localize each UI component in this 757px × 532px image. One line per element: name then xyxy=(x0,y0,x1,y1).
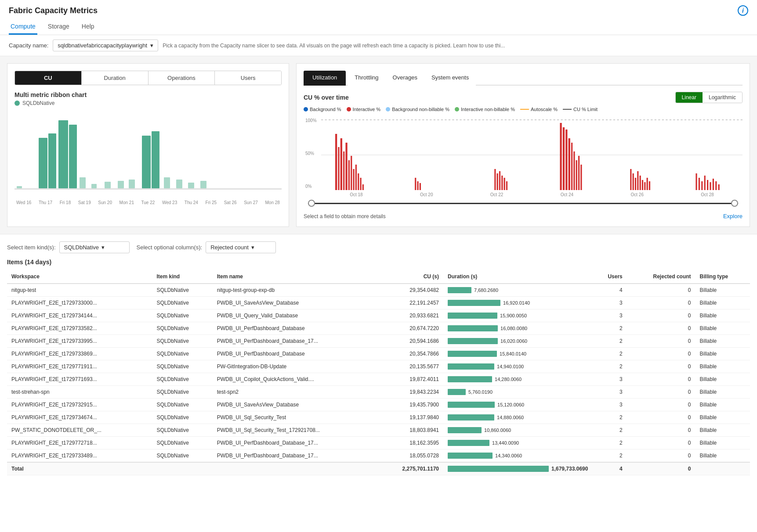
cell-billing: Billable xyxy=(695,386,750,399)
tab-duration[interactable]: Duration xyxy=(82,71,149,85)
cell-item-name: nitgup-test-group-exp-db xyxy=(213,284,377,297)
svg-rect-67 xyxy=(718,184,720,190)
cell-cu: 29,354.0482 xyxy=(377,284,443,297)
svg-rect-26 xyxy=(351,156,352,190)
svg-rect-54 xyxy=(640,176,641,190)
table-row[interactable]: nitgup-test SQLDbNative nitgup-test-grou… xyxy=(7,284,750,297)
svg-rect-27 xyxy=(353,169,354,190)
ribbon-chart-title: Multi metric ribbon chart xyxy=(14,91,282,98)
col-item-kind[interactable]: Item kind xyxy=(152,270,212,284)
cell-cu: 18,055.0728 xyxy=(377,449,443,463)
table-row[interactable]: PLAYWRIGHT_E2E_t1729733995... SQLDbNativ… xyxy=(7,335,750,348)
cell-users: 3 xyxy=(592,309,627,322)
col-workspace[interactable]: Workspace xyxy=(7,270,152,284)
cell-billing: Billable xyxy=(695,373,750,386)
cell-rejected: 0 xyxy=(627,386,695,399)
tab-overages[interactable]: Overages xyxy=(386,71,424,86)
info-icon[interactable]: i xyxy=(738,5,748,16)
svg-rect-32 xyxy=(415,178,416,190)
cell-item-name: PWDB_UI_Copilot_QuickActions_Valid.... xyxy=(213,373,377,386)
svg-rect-57 xyxy=(647,178,648,190)
cell-duration: 14,280.0060 xyxy=(443,373,592,386)
cell-workspace: PLAYWRIGHT_E2E_t1729771911... xyxy=(7,360,152,373)
svg-rect-42 xyxy=(563,127,565,190)
col-duration[interactable]: Duration (s) xyxy=(443,270,592,284)
table-row[interactable]: PLAYWRIGHT_E2E_t1729732915... SQLDbNativ… xyxy=(7,399,750,411)
nav-tab-compute[interactable]: Compute xyxy=(9,19,37,35)
capacity-name-value: sqldbnativefabriccapacityplaywright xyxy=(58,42,148,49)
svg-rect-16 xyxy=(200,181,206,188)
range-slider-left[interactable] xyxy=(308,200,315,207)
tab-throttling[interactable]: Throttling xyxy=(348,71,385,86)
svg-rect-48 xyxy=(578,156,580,190)
table-row[interactable]: PLAYWRIGHT_E2E_t1729733582... SQLDbNativ… xyxy=(7,322,750,335)
cell-users: 3 xyxy=(592,297,627,309)
cell-workspace: PLAYWRIGHT_E2E_t1729772718... xyxy=(7,437,152,449)
table-row[interactable]: test-strehan-spn SQLDbNative test-spn2 1… xyxy=(7,386,750,399)
ribbon-chart-svg xyxy=(14,111,282,199)
svg-rect-39 xyxy=(504,178,505,190)
legend-label-sqldb: SQLDbNative xyxy=(22,100,54,106)
kind-filter-value: SQLDbNative xyxy=(64,244,99,251)
column-filter-dropdown[interactable]: Rejected count ▾ xyxy=(206,241,276,253)
cell-duration: 13,440.0090 xyxy=(443,437,592,449)
nav-tab-storage[interactable]: Storage xyxy=(46,19,71,35)
svg-rect-20 xyxy=(335,134,337,190)
svg-rect-38 xyxy=(501,176,503,190)
table-row[interactable]: PLAYWRIGHT_E2E_t1729771693... SQLDbNativ… xyxy=(7,373,750,386)
cell-item-kind: SQLDbNative xyxy=(152,360,212,373)
cell-item-name: PWDB_UI_PerfDashboard_Database_17... xyxy=(213,335,377,348)
cell-billing: Billable xyxy=(695,309,750,322)
col-cu[interactable]: CU (s) xyxy=(377,270,443,284)
table-row[interactable]: PLAYWRIGHT_E2E_t1729733000... SQLDbNativ… xyxy=(7,297,750,309)
cell-billing: Billable xyxy=(695,335,750,348)
kind-filter-dropdown[interactable]: SQLDbNative ▾ xyxy=(59,241,130,253)
cell-workspace: test-strehan-spn xyxy=(7,386,152,399)
nav-tab-help[interactable]: Help xyxy=(80,19,96,35)
table-row[interactable]: PW_STATIC_DONOTDELETE_OR_... SQLDbNative… xyxy=(7,424,750,437)
tab-utilization[interactable]: Utilization xyxy=(304,71,346,86)
cell-rejected: 0 xyxy=(627,373,695,386)
cell-duration: 15,120.0060 xyxy=(443,399,592,411)
cell-workspace: PLAYWRIGHT_E2E_t1729734674... xyxy=(7,411,152,424)
cell-item-kind: SQLDbNative xyxy=(152,411,212,424)
table-row[interactable]: PLAYWRIGHT_E2E_t1729733489... SQLDbNativ… xyxy=(7,449,750,463)
col-users[interactable]: Users xyxy=(592,270,627,284)
svg-rect-10 xyxy=(129,180,135,188)
svg-rect-8 xyxy=(105,182,111,188)
tab-system-events[interactable]: System events xyxy=(424,71,476,86)
col-billing[interactable]: Billing type xyxy=(695,270,750,284)
cell-workspace: PW_STATIC_DONOTDELETE_OR_... xyxy=(7,424,152,437)
cell-billing: Billable xyxy=(695,424,750,437)
chevron-down-column-icon: ▾ xyxy=(251,244,254,251)
tab-cu[interactable]: CU xyxy=(15,71,82,85)
cell-users: 2 xyxy=(592,411,627,424)
cell-duration: 14,940.0100 xyxy=(443,360,592,373)
svg-rect-61 xyxy=(701,181,703,190)
col-item-name[interactable]: Item name xyxy=(213,270,377,284)
cell-billing: Billable xyxy=(695,411,750,424)
range-slider-right[interactable] xyxy=(731,200,738,207)
table-row[interactable]: PLAYWRIGHT_E2E_t1729771911... SQLDbNativ… xyxy=(7,360,750,373)
table-row[interactable]: PLAYWRIGHT_E2E_t1729772718... SQLDbNativ… xyxy=(7,437,750,449)
explore-link[interactable]: Explore xyxy=(723,213,743,219)
svg-rect-1 xyxy=(17,186,22,188)
svg-rect-34 xyxy=(420,183,421,190)
svg-rect-11 xyxy=(142,136,151,188)
table-row[interactable]: PLAYWRIGHT_E2E_t1729734674... SQLDbNativ… xyxy=(7,411,750,424)
tab-operations[interactable]: Operations xyxy=(149,71,215,85)
cell-rejected: 0 xyxy=(627,322,695,335)
capacity-name-dropdown[interactable]: sqldbnativefabriccapacityplaywright ▾ xyxy=(53,40,158,51)
cell-duration: 10,860.0060 xyxy=(443,424,592,437)
tab-users[interactable]: Users xyxy=(215,71,281,85)
svg-rect-44 xyxy=(569,138,570,190)
cell-users: 3 xyxy=(592,386,627,399)
table-row[interactable]: PLAYWRIGHT_E2E_t1729733869... SQLDbNativ… xyxy=(7,348,750,360)
svg-rect-22 xyxy=(340,138,342,190)
table-row[interactable]: PLAYWRIGHT_E2E_t1729734144... SQLDbNativ… xyxy=(7,309,750,322)
footer-label: Total xyxy=(7,462,377,475)
col-rejected[interactable]: Rejected count xyxy=(627,270,695,284)
legend-background: Background % xyxy=(304,107,341,112)
scale-logarithmic-button[interactable]: Logarithmic xyxy=(703,92,742,103)
scale-linear-button[interactable]: Linear xyxy=(676,92,703,103)
